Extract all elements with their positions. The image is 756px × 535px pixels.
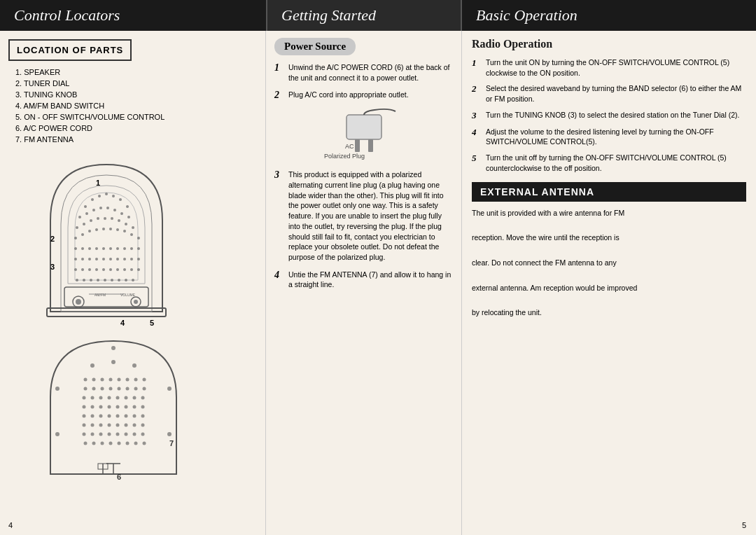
svg-point-49: [109, 258, 112, 260]
location-of-parts-box: LOCATION OF PARTS: [8, 39, 132, 61]
svg-point-131: [125, 424, 128, 427]
svg-point-52: [130, 258, 133, 260]
op-num-5: 5: [472, 153, 482, 164]
svg-point-70: [118, 279, 120, 282]
svg-point-62: [130, 268, 133, 271]
svg-point-150: [55, 387, 59, 391]
svg-point-86: [84, 378, 88, 382]
op-text-2: Select the desired waveband by turning t…: [486, 83, 746, 104]
external-antenna-header: EXTERNAL ANTENNA: [472, 182, 746, 202]
svg-rect-160: [346, 115, 382, 139]
svg-point-121: [108, 415, 111, 418]
svg-point-111: [91, 405, 94, 409]
op-text-1: Turn the unit ON by turning the ON-OFF S…: [486, 57, 746, 78]
svg-point-4: [112, 195, 115, 197]
svg-point-60: [116, 268, 119, 271]
svg-point-113: [108, 405, 111, 409]
label-3: 3: [50, 263, 55, 271]
svg-point-126: [83, 424, 86, 427]
svg-point-139: [125, 433, 128, 436]
svg-point-112: [99, 405, 103, 409]
svg-point-99: [126, 387, 130, 391]
list-item: 1. SPEAKER: [15, 68, 257, 76]
op-text-5: Turn the unit off by turning the ON-OFF …: [486, 153, 746, 173]
svg-point-108: [133, 396, 136, 400]
svg-point-27: [95, 228, 98, 231]
svg-point-58: [102, 268, 105, 271]
svg-point-14: [127, 216, 130, 218]
step-text-3: This product is equipped with a polarize…: [288, 169, 453, 262]
svg-point-110: [83, 405, 86, 409]
svg-point-32: [130, 233, 133, 236]
basic-operation-header: Basic Operation: [462, 0, 756, 31]
op-num-2: 2: [472, 83, 482, 95]
svg-point-109: [141, 396, 145, 400]
svg-rect-161: [355, 139, 360, 152]
svg-point-136: [99, 433, 103, 436]
svg-point-64: [76, 279, 78, 282]
svg-point-35: [81, 247, 84, 250]
svg-point-67: [97, 279, 99, 282]
op-step-1: 1 Turn the unit ON by turning the ON-OFF…: [472, 57, 746, 78]
svg-point-57: [95, 268, 98, 271]
svg-point-54: [74, 268, 77, 271]
svg-point-15: [76, 226, 78, 229]
svg-point-46: [88, 258, 91, 260]
svg-point-141: [141, 433, 145, 436]
list-item: 5. ON - OFF SWITCH/VOLUME CONTROL: [15, 113, 257, 121]
svg-point-145: [109, 442, 113, 445]
power-source-header: Power Source: [274, 38, 356, 55]
svg-point-71: [125, 279, 127, 282]
svg-point-3: [105, 193, 108, 195]
svg-point-53: [137, 258, 140, 260]
op-text-3: Turn the TUNING KNOB (3) to select the d…: [486, 110, 739, 120]
svg-point-5: [119, 198, 122, 201]
svg-point-37: [95, 247, 98, 250]
svg-point-120: [99, 415, 103, 418]
svg-point-20: [111, 217, 113, 220]
control-locators-title: Control Locators: [14, 6, 120, 25]
svg-point-2: [98, 195, 101, 197]
svg-point-130: [116, 424, 120, 427]
svg-point-87: [92, 378, 96, 382]
list-item: 3. TUNING KNOB: [15, 90, 257, 99]
label-1: 1: [96, 179, 100, 187]
svg-point-42: [130, 247, 133, 250]
op-num-3: 3: [472, 110, 482, 121]
op-num-1: 1: [472, 57, 482, 69]
plug-svg: AC Polarized Plug: [318, 108, 410, 164]
svg-point-9: [92, 209, 95, 211]
svg-point-8: [85, 212, 88, 215]
radio-back-view: 7 6: [36, 327, 257, 482]
svg-point-10: [99, 207, 102, 209]
svg-point-103: [91, 396, 94, 400]
svg-point-115: [125, 405, 128, 409]
svg-point-43: [137, 247, 140, 250]
svg-point-85: [132, 363, 136, 368]
svg-point-134: [83, 433, 86, 436]
svg-point-31: [123, 230, 126, 232]
svg-point-45: [81, 258, 84, 260]
svg-point-68: [104, 279, 106, 282]
svg-point-124: [133, 415, 136, 418]
step-text-1: Unwind the A/C POWER CORD (6) at the bac…: [288, 62, 453, 83]
svg-rect-162: [368, 139, 373, 152]
svg-point-128: [99, 424, 103, 427]
list-item: 6. A/C POWER CORD: [15, 124, 257, 132]
svg-point-24: [74, 237, 77, 239]
svg-point-142: [84, 442, 88, 445]
right-panel: Radio Operation 1 Turn the unit ON by tu…: [462, 31, 756, 535]
svg-point-17: [90, 219, 92, 222]
svg-point-125: [141, 415, 145, 418]
svg-point-51: [123, 258, 126, 260]
step-num-1: 1: [274, 62, 284, 74]
radio-illustration-container: 1 2 3 4 5: [22, 151, 257, 482]
antenna-text: The unit is provided with a wire antenna…: [472, 207, 746, 320]
svg-point-100: [134, 387, 138, 391]
svg-point-119: [91, 415, 94, 418]
list-item: 2. TUNER DIAL: [15, 79, 257, 88]
svg-point-25: [81, 233, 84, 236]
svg-point-105: [108, 396, 111, 400]
svg-point-28: [102, 228, 105, 230]
svg-point-29: [109, 228, 112, 230]
